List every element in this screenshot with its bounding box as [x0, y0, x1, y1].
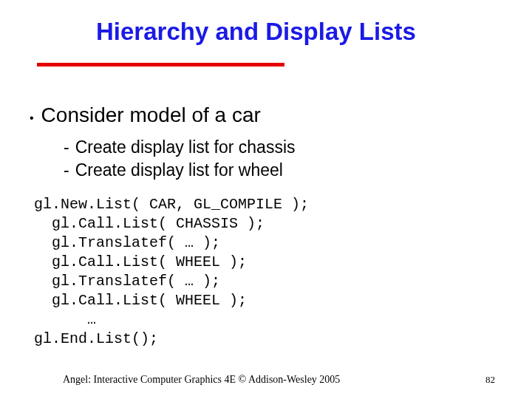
slide-title: Hierarchy and Display Lists	[96, 18, 416, 46]
slide-content: • Consider model of a car - Create displ…	[30, 103, 502, 349]
dash-marker: -	[64, 136, 69, 159]
sub-bullet-list: - Create display list for chassis - Crea…	[64, 136, 502, 182]
code-block: gl.New.List( CAR, GL_COMPILE ); gl.Call.…	[34, 195, 502, 349]
slide-footer: Angel: Interactive Computer Graphics 4E …	[0, 374, 532, 386]
sub-bullet-item: - Create display list for wheel	[64, 159, 502, 182]
footer-credit: Angel: Interactive Computer Graphics 4E …	[63, 374, 340, 386]
bullet-item: • Consider model of a car	[30, 103, 502, 127]
sub-bullet-item: - Create display list for chassis	[64, 136, 502, 159]
sub-bullet-text: Create display list for wheel	[75, 159, 283, 182]
bullet-marker: •	[30, 112, 34, 125]
dash-marker: -	[64, 159, 69, 182]
page-number: 82	[485, 374, 495, 386]
slide: Hierarchy and Display Lists • Consider m…	[0, 0, 532, 399]
bullet-text: Consider model of a car	[41, 103, 261, 127]
sub-bullet-text: Create display list for chassis	[75, 136, 296, 159]
title-underline	[37, 63, 284, 66]
